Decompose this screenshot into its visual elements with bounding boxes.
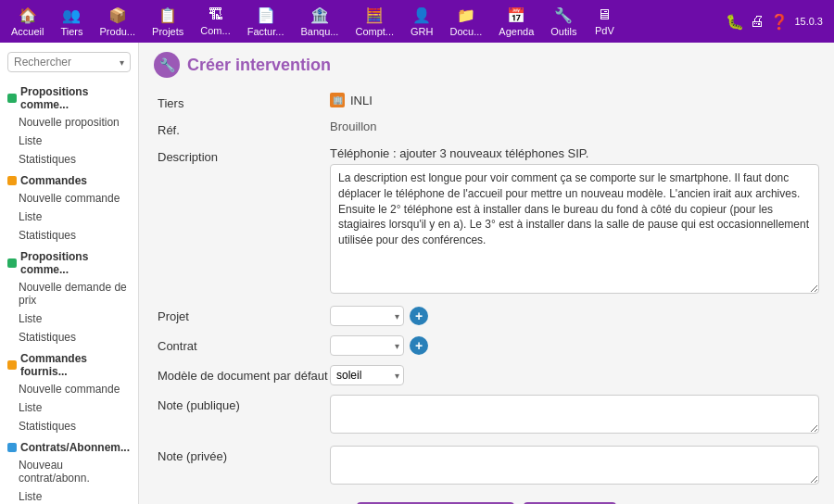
note-publique-textarea[interactable] [330, 395, 819, 434]
sidebar-link-statistiques-propositions-client[interactable]: Statistiques [0, 150, 138, 169]
sidebar-link-liste-commandes[interactable]: Liste [0, 208, 138, 226]
nav-agenda-label: Agenda [499, 26, 534, 37]
nav-version: 15.0.3 [794, 16, 823, 27]
nav-agenda[interactable]: 📅 Agenda [491, 3, 541, 41]
contrats-dot [7, 443, 17, 452]
modele-select-wrapper[interactable]: soleil [330, 365, 404, 385]
sidebar-section-commandes-fournisseurs[interactable]: Commandes fournis... [0, 346, 138, 380]
nav-bug-icon[interactable]: 🐛 [726, 13, 744, 31]
nav-com[interactable]: 🏗 Com... [193, 3, 237, 40]
nav-print-icon[interactable]: 🖨 [750, 13, 764, 30]
modele-select[interactable]: soleil [330, 365, 404, 385]
ref-label: Réf. [154, 120, 330, 137]
compt-icon: 🧮 [365, 6, 384, 24]
ref-value: Brouillon [330, 116, 377, 133]
nav-banqu-label: Banqu... [300, 26, 338, 37]
nav-docu[interactable]: 📁 Docu... [442, 3, 489, 41]
contrat-label: Contrat [154, 335, 330, 353]
nav-projets-label: Projets [152, 26, 183, 37]
contrat-select-wrapper[interactable] [330, 335, 404, 356]
modele-label: Modèle de document par défaut [154, 365, 330, 383]
nav-outils[interactable]: 🔧 Outils [543, 3, 584, 41]
projet-select[interactable] [330, 306, 404, 326]
nav-compt[interactable]: 🧮 Compt... [348, 3, 401, 41]
nav-projets[interactable]: 📋 Projets [145, 3, 191, 41]
top-navigation: 🏠 Accueil 👥 Tiers 📦 Produ... 📋 Projets 🏗… [0, 0, 834, 43]
projet-select-wrapper[interactable] [330, 306, 404, 326]
sidebar-section-contrats-label: Contrats/Abonnem... [20, 441, 130, 454]
sidebar-link-nouvelle-commande-fournisseur[interactable]: Nouvelle commande [0, 380, 138, 398]
nav-tiers[interactable]: 👥 Tiers [53, 3, 90, 41]
page-header: 🔧 Créer intervention [154, 52, 819, 78]
projet-control-area: + [330, 306, 819, 326]
nav-grh[interactable]: 👤 GRH [403, 3, 440, 41]
com-icon: 🏗 [208, 6, 223, 23]
sidebar-link-nouvelle-proposition[interactable]: Nouvelle proposition [0, 113, 138, 132]
wrench-icon: 🔧 [159, 57, 175, 72]
nav-grh-label: GRH [411, 26, 433, 37]
contrat-add-button[interactable]: + [410, 336, 428, 355]
description-short-text: Téléphonie : ajouter 3 nouveaux téléphon… [330, 146, 819, 160]
nav-docu-label: Docu... [449, 26, 482, 37]
sidebar-link-nouvelle-commande[interactable]: Nouvelle commande [0, 189, 138, 208]
sidebar-link-liste-contrats[interactable]: Liste [0, 487, 138, 504]
nav-right-controls: 🐛 🖨 ❓ 15.0.3 [726, 13, 830, 31]
sidebar-section-commandes-fournisseurs-label: Commandes fournis... [20, 352, 131, 378]
note-privee-textarea[interactable] [330, 446, 819, 485]
produits-icon: 📦 [108, 6, 127, 24]
tiers-value: INLI [350, 94, 373, 107]
note-privee-row: Note (privée) [154, 446, 819, 487]
body-layout: ▾ Propositions comme... Nouvelle proposi… [0, 43, 834, 504]
nav-factur[interactable]: 📄 Factur... [240, 3, 292, 41]
sidebar-link-statistiques-commandes[interactable]: Statistiques [0, 226, 138, 245]
nav-com-label: Com... [200, 25, 230, 36]
search-dropdown-icon: ▾ [120, 57, 124, 68]
main-content: 🔧 Créer intervention Tiers 🏢 INLI Réf. B… [139, 43, 834, 504]
description-textarea[interactable]: La description est longue pour voir comm… [330, 164, 819, 294]
tiers-label: Tiers [154, 93, 330, 110]
nav-factur-label: Factur... [247, 26, 284, 37]
sidebar-link-nouveau-contrat[interactable]: Nouveau contrat/abonn. [0, 456, 138, 487]
contrat-controls: + [330, 335, 819, 356]
sidebar-link-statistiques-commandes-fournisseurs[interactable]: Statistiques [0, 417, 138, 435]
sidebar-link-statistiques-propositions-fournisseur[interactable]: Statistiques [0, 328, 138, 346]
description-row: Description Téléphonie : ajouter 3 nouve… [154, 146, 819, 296]
tiers-building-icon: 🏢 [330, 93, 345, 107]
sidebar-section-commandes[interactable]: Commandes [0, 169, 138, 189]
nav-help-icon[interactable]: ❓ [770, 13, 789, 31]
commandes-fournisseurs-dot [7, 360, 17, 370]
sidebar-link-liste-propositions-fournisseur[interactable]: Liste [0, 309, 138, 328]
ref-value-area: Brouillon [330, 120, 819, 133]
ref-row: Réf. Brouillon [154, 120, 819, 137]
modele-row: Modèle de document par défaut soleil [154, 365, 819, 385]
grh-icon: 👤 [412, 6, 431, 24]
sidebar-link-nouvelle-demande-prix[interactable]: Nouvelle demande de prix [0, 278, 138, 309]
nav-accueil-label: Accueil [11, 26, 44, 37]
projet-add-button[interactable]: + [410, 307, 428, 325]
search-input[interactable] [14, 56, 118, 69]
sidebar: ▾ Propositions comme... Nouvelle proposi… [0, 43, 139, 504]
sidebar-search-container[interactable]: ▾ [7, 52, 131, 72]
projet-row: Projet + [154, 306, 819, 326]
nav-produits[interactable]: 📦 Produ... [93, 3, 144, 41]
nav-accueil[interactable]: 🏠 Accueil [4, 3, 51, 41]
sidebar-section-contrats[interactable]: Contrats/Abonnem... [0, 435, 138, 456]
contrat-select[interactable] [330, 335, 404, 356]
description-control-area: Téléphonie : ajouter 3 nouveaux téléphon… [330, 146, 819, 296]
note-privee-label: Note (privée) [154, 446, 330, 463]
sidebar-section-label: Propositions comme... [20, 85, 131, 111]
projets-icon: 📋 [158, 6, 177, 24]
nav-compt-label: Compt... [355, 26, 394, 37]
note-publique-row: Note (publique) [154, 395, 819, 436]
nav-pdv[interactable]: 🖥 PdV [586, 3, 623, 40]
contrat-row: Contrat + [154, 335, 819, 356]
sidebar-section-propositions-fournisseur[interactable]: Propositions comme... [0, 245, 138, 278]
sidebar-link-liste-propositions-client[interactable]: Liste [0, 132, 138, 150]
contrat-control-area: + [330, 335, 819, 356]
banqu-icon: 🏦 [310, 6, 329, 24]
nav-outils-label: Outils [550, 26, 576, 37]
sidebar-section-propositions-client[interactable]: Propositions comme... [0, 80, 138, 113]
tiers-icon: 👥 [62, 6, 81, 24]
nav-banqu[interactable]: 🏦 Banqu... [293, 3, 346, 41]
sidebar-link-liste-commandes-fournisseurs[interactable]: Liste [0, 398, 138, 417]
